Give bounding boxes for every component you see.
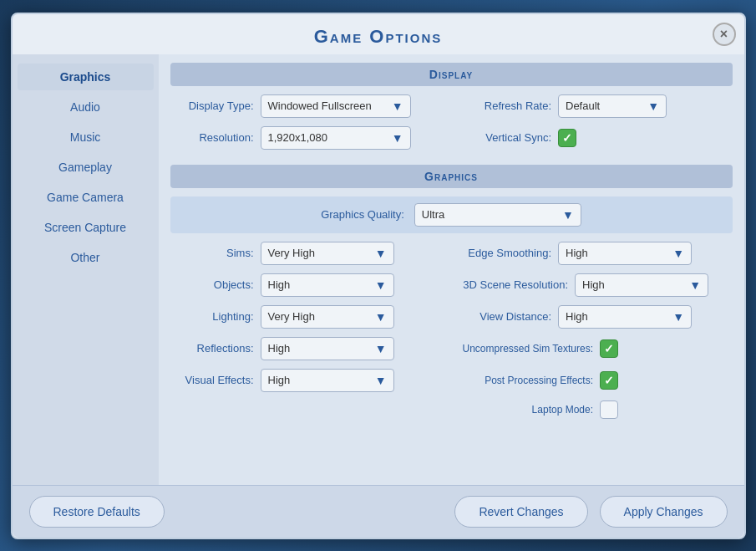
resolution-arrow-icon: ▼ xyxy=(392,131,403,145)
restore-defaults-button[interactable]: Restore Defaults xyxy=(29,496,165,528)
visual-effects-label: Visual Effects: xyxy=(179,374,254,386)
edge-smoothing-label: Edge Smoothing: xyxy=(459,247,551,259)
display-type-value: Windowed Fullscreen xyxy=(268,99,372,112)
close-button[interactable]: × xyxy=(713,23,736,46)
apply-changes-button[interactable]: Apply Changes xyxy=(600,496,728,528)
sidebar-item-gameplay[interactable]: Gameplay xyxy=(18,154,154,181)
sidebar-item-graphics[interactable]: Graphics xyxy=(18,64,154,90)
empty-cell xyxy=(179,400,444,419)
resolution-label: Resolution: xyxy=(179,131,254,144)
reflections-arrow-icon: ▼ xyxy=(375,342,387,355)
display-type-dropdown[interactable]: Windowed Fullscreen ▼ xyxy=(261,94,411,118)
lighting-dropdown[interactable]: Very High ▼ xyxy=(261,305,394,329)
view-distance-row: View Distance: High ▼ xyxy=(459,305,724,329)
sims-label: Sims: xyxy=(179,247,254,259)
visual-effects-value: High xyxy=(268,374,291,386)
graphics-grid: Sims: Very High ▼ Edge Smoothing: High ▼ xyxy=(170,242,733,427)
edge-smoothing-value: High xyxy=(566,247,588,259)
objects-value: High xyxy=(268,278,291,291)
reflections-dropdown[interactable]: High ▼ xyxy=(261,337,394,360)
refresh-rate-arrow-icon: ▼ xyxy=(647,99,659,113)
post-processing-checkbox[interactable] xyxy=(600,371,618,390)
sidebar-item-other[interactable]: Other xyxy=(18,244,154,271)
quality-arrow-icon: ▼ xyxy=(562,208,574,222)
footer-right-buttons: Revert Changes Apply Changes xyxy=(454,496,727,528)
scene-resolution-arrow-icon: ▼ xyxy=(689,278,701,292)
scene-resolution-label: 3D Scene Resolution: xyxy=(459,278,568,291)
vertical-sync-row: Vertical Sync: xyxy=(459,126,724,150)
objects-arrow-icon: ▼ xyxy=(375,278,387,292)
edge-smoothing-dropdown[interactable]: High ▼ xyxy=(558,242,692,265)
post-processing-label: Post Processing Effects: xyxy=(459,375,593,386)
display-type-label: Display Type: xyxy=(179,99,254,112)
view-distance-dropdown[interactable]: High ▼ xyxy=(558,305,692,329)
sims-dropdown[interactable]: Very High ▼ xyxy=(261,242,394,265)
game-options-dialog: Game Options × Graphics Audio Music Game… xyxy=(11,13,746,539)
sidebar: Graphics Audio Music Gameplay Game Camer… xyxy=(13,54,159,485)
lighting-row: Lighting: Very High ▼ xyxy=(179,305,444,329)
lighting-label: Lighting: xyxy=(179,310,254,323)
visual-effects-arrow-icon: ▼ xyxy=(375,374,387,387)
quality-value: Ultra xyxy=(422,208,444,221)
lighting-value: Very High xyxy=(268,310,315,323)
uncompressed-row: Uncompressed Sim Textures: xyxy=(459,337,724,360)
uncompressed-label: Uncompressed Sim Textures: xyxy=(459,343,593,355)
graphics-section-header: Graphics xyxy=(170,165,733,188)
dialog-title: Game Options xyxy=(13,14,744,54)
laptop-mode-row: Laptop Mode: xyxy=(459,400,724,419)
refresh-rate-dropdown[interactable]: Default ▼ xyxy=(558,94,667,118)
sims-arrow-icon: ▼ xyxy=(375,247,387,260)
edge-smoothing-row: Edge Smoothing: High ▼ xyxy=(459,242,724,265)
main-content: Display Display Type: Windowed Fullscree… xyxy=(159,54,744,485)
content-area: Graphics Audio Music Gameplay Game Camer… xyxy=(13,54,744,485)
sidebar-item-music[interactable]: Music xyxy=(18,124,154,151)
reflections-row: Reflections: High ▼ xyxy=(179,337,444,360)
objects-label: Objects: xyxy=(179,278,254,291)
refresh-rate-label: Refresh Rate: xyxy=(459,99,551,112)
view-distance-arrow-icon: ▼ xyxy=(672,310,684,324)
laptop-mode-label: Laptop Mode: xyxy=(459,404,593,416)
sims-row: Sims: Very High ▼ xyxy=(179,242,444,265)
graphics-section: Graphics Graphics Quality: Ultra ▼ Sims: xyxy=(170,165,733,427)
sidebar-item-game-camera[interactable]: Game Camera xyxy=(18,184,154,211)
scene-resolution-value: High xyxy=(582,278,605,291)
quality-label: Graphics Quality: xyxy=(321,208,404,221)
lighting-arrow-icon: ▼ xyxy=(375,310,387,324)
uncompressed-checkbox[interactable] xyxy=(600,339,618,358)
quality-row: Graphics Quality: Ultra ▼ xyxy=(170,196,733,233)
refresh-rate-value: Default xyxy=(566,99,600,112)
vertical-sync-checkbox[interactable] xyxy=(558,129,576,147)
footer: Restore Defaults Revert Changes Apply Ch… xyxy=(13,485,744,538)
edge-smoothing-arrow-icon: ▼ xyxy=(672,247,684,260)
objects-row: Objects: High ▼ xyxy=(179,273,444,297)
reflections-value: High xyxy=(268,342,291,355)
sims-value: Very High xyxy=(268,247,315,259)
quality-dropdown[interactable]: Ultra ▼ xyxy=(414,203,581,227)
view-distance-label: View Distance: xyxy=(459,310,551,323)
resolution-dropdown[interactable]: 1,920x1,080 ▼ xyxy=(261,126,411,150)
sidebar-item-audio[interactable]: Audio xyxy=(18,94,154,120)
laptop-mode-checkbox[interactable] xyxy=(600,400,618,419)
visual-effects-row: Visual Effects: High ▼ xyxy=(179,369,444,392)
visual-effects-dropdown[interactable]: High ▼ xyxy=(261,369,394,392)
display-grid: Display Type: Windowed Fullscreen ▼ Refr… xyxy=(170,94,733,161)
sidebar-item-screen-capture[interactable]: Screen Capture xyxy=(18,214,154,241)
resolution-value: 1,920x1,080 xyxy=(268,131,328,144)
scene-resolution-row: 3D Scene Resolution: High ▼ xyxy=(459,273,724,297)
revert-changes-button[interactable]: Revert Changes xyxy=(454,496,587,528)
display-type-row: Display Type: Windowed Fullscreen ▼ xyxy=(179,94,444,118)
resolution-row: Resolution: 1,920x1,080 ▼ xyxy=(179,126,444,150)
view-distance-value: High xyxy=(566,310,588,323)
display-section-header: Display xyxy=(170,63,733,86)
refresh-rate-row: Refresh Rate: Default ▼ xyxy=(459,94,724,118)
reflections-label: Reflections: xyxy=(179,342,254,355)
post-processing-row: Post Processing Effects: xyxy=(459,369,724,392)
display-type-arrow-icon: ▼ xyxy=(392,99,403,113)
objects-dropdown[interactable]: High ▼ xyxy=(261,273,394,297)
vertical-sync-label: Vertical Sync: xyxy=(459,131,551,144)
scene-resolution-dropdown[interactable]: High ▼ xyxy=(575,273,708,297)
